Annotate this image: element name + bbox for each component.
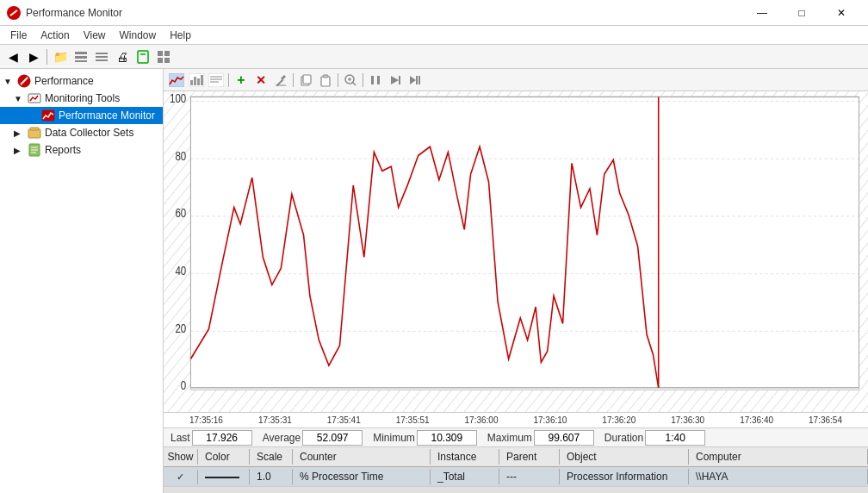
menu-action[interactable]: Action <box>34 28 76 43</box>
svg-text:80: 80 <box>175 148 186 162</box>
chart-next-btn[interactable] <box>386 72 405 89</box>
chart-sep-2 <box>293 73 294 87</box>
minimize-button[interactable]: — <box>742 0 782 26</box>
time-label-5: 17:36:10 <box>533 415 567 425</box>
chart-report-btn[interactable] <box>207 72 226 89</box>
menu-help[interactable]: Help <box>163 28 198 43</box>
counter-name-0: % Processor Time <box>293 469 431 484</box>
tree-item-data-collector[interactable]: ▶ Data Collector Sets <box>0 124 163 141</box>
chart-sep-4 <box>363 73 363 87</box>
header-color: Color <box>198 449 250 465</box>
time-axis: 17:35:16 17:35:31 17:35:41 17:35:51 17:3… <box>164 412 868 427</box>
minimum-value: 10.309 <box>417 430 477 446</box>
svg-rect-28 <box>201 75 203 85</box>
svg-text:0: 0 <box>181 378 186 392</box>
reports-icon <box>28 143 41 157</box>
svg-marker-46 <box>391 76 399 84</box>
chart-pause-btn[interactable] <box>366 72 385 89</box>
chart-graph-btn[interactable] <box>167 72 186 89</box>
toolbar-print[interactable]: 🖨 <box>113 47 132 66</box>
toolbar-forward[interactable]: ▶ <box>24 47 43 66</box>
tree-item-performance-monitor[interactable]: Performance Monitor <box>0 107 163 124</box>
svg-rect-11 <box>158 58 163 63</box>
header-parent: Parent <box>499 449 560 465</box>
svg-rect-6 <box>96 59 108 61</box>
chart-edit-btn[interactable] <box>271 72 290 89</box>
tree-toggle-performance[interactable]: ▼ <box>3 77 17 86</box>
svg-line-0 <box>10 10 17 16</box>
time-label-1: 17:35:31 <box>258 415 292 425</box>
tree-label-perfmon: Performance Monitor <box>59 109 155 122</box>
left-panel: ▼ Performance ▼ Monitoring Tools <box>0 69 164 493</box>
counter-instance-0: _Total <box>431 469 499 484</box>
counter-object-0: Processor Information <box>560 469 689 484</box>
chart-delete-btn[interactable]: ✕ <box>251 72 270 89</box>
average-label: Average <box>263 432 301 444</box>
time-label-7: 17:36:30 <box>671 415 704 425</box>
chart-last-btn[interactable] <box>406 72 425 89</box>
chart-zoom-btn[interactable] <box>341 72 360 89</box>
main-container: ▼ Performance ▼ Monitoring Tools <box>0 69 868 493</box>
time-label-9: 17:36:54 <box>809 415 842 425</box>
tree-toggle-monitoring[interactable]: ▼ <box>14 94 28 103</box>
duration-label: Duration <box>604 432 643 444</box>
last-value: 17.926 <box>192 430 252 446</box>
app-icon <box>7 6 21 20</box>
counter-color-0 <box>198 469 250 484</box>
maximum-value: 99.607 <box>534 430 594 446</box>
tree-item-monitoring-tools[interactable]: ▼ Monitoring Tools <box>0 90 163 107</box>
counter-show-0: ✓ <box>164 470 198 484</box>
tree-item-performance[interactable]: ▼ Performance <box>0 72 163 90</box>
right-panel: + ✕ <box>164 69 868 493</box>
tree-label-datacollector: Data Collector Sets <box>45 127 133 139</box>
header-scale: Scale <box>250 449 293 465</box>
toolbar: ◀ ▶ 📁 🖨 <box>0 45 868 69</box>
horizontal-scrollbar[interactable] <box>164 486 868 493</box>
counter-scale-0: 1.0 <box>250 469 293 484</box>
data-collector-icon <box>28 126 41 140</box>
window-title: Performance Monitor <box>26 7 122 19</box>
maximize-button[interactable]: □ <box>782 0 822 26</box>
tree-toggle-datacollector[interactable]: ▶ <box>14 128 28 138</box>
checkmark-0: ✓ <box>177 471 184 483</box>
menu-bar: File Action View Window Help <box>0 26 868 45</box>
toolbar-back[interactable]: ◀ <box>3 47 22 66</box>
chart-copy-btn[interactable] <box>296 72 315 89</box>
counter-computer-0: \\HAYA <box>689 469 868 484</box>
performance-chart: 100 80 60 40 20 0 <box>164 91 868 412</box>
svg-rect-39 <box>323 75 328 78</box>
toolbar-up[interactable]: 📁 <box>51 47 70 66</box>
chart-paste-btn[interactable] <box>316 72 335 89</box>
header-show: Show <box>164 449 198 465</box>
menu-window[interactable]: Window <box>113 28 164 43</box>
time-label-4: 17:36:00 <box>465 415 499 425</box>
title-bar: Performance Monitor — □ ✕ <box>0 0 868 26</box>
maximum-label: Maximum <box>487 432 532 444</box>
header-instance: Instance <box>431 449 499 465</box>
svg-rect-27 <box>197 78 200 85</box>
toolbar-show-hide[interactable] <box>71 47 90 66</box>
chart-add-btn[interactable]: + <box>232 72 251 89</box>
svg-rect-4 <box>96 53 108 54</box>
toolbar-properties[interactable] <box>92 47 111 66</box>
svg-rect-45 <box>377 76 380 84</box>
toolbar-view-toggle[interactable] <box>154 47 173 66</box>
chart-area: 100 80 60 40 20 0 <box>164 91 868 412</box>
time-label-3: 17:35:51 <box>396 415 430 425</box>
toolbar-help[interactable] <box>133 47 152 66</box>
tree-toggle-reports[interactable]: ▶ <box>14 146 28 155</box>
svg-rect-38 <box>321 77 330 86</box>
svg-rect-16 <box>42 110 54 121</box>
performance-icon <box>17 74 31 88</box>
chart-histogram-btn[interactable] <box>187 72 206 89</box>
counter-row-0[interactable]: ✓ 1.0 % Processor Time _Total --- Proces… <box>164 467 868 486</box>
svg-line-41 <box>352 82 356 85</box>
close-button[interactable]: ✕ <box>822 0 861 26</box>
tree-item-reports[interactable]: ▶ Reports <box>0 141 163 159</box>
counter-parent-0: --- <box>499 469 560 484</box>
svg-rect-7 <box>138 51 148 63</box>
svg-text:60: 60 <box>175 206 186 220</box>
menu-view[interactable]: View <box>77 28 113 43</box>
menu-file[interactable]: File <box>3 28 34 43</box>
duration-value: 1:40 <box>645 430 705 446</box>
